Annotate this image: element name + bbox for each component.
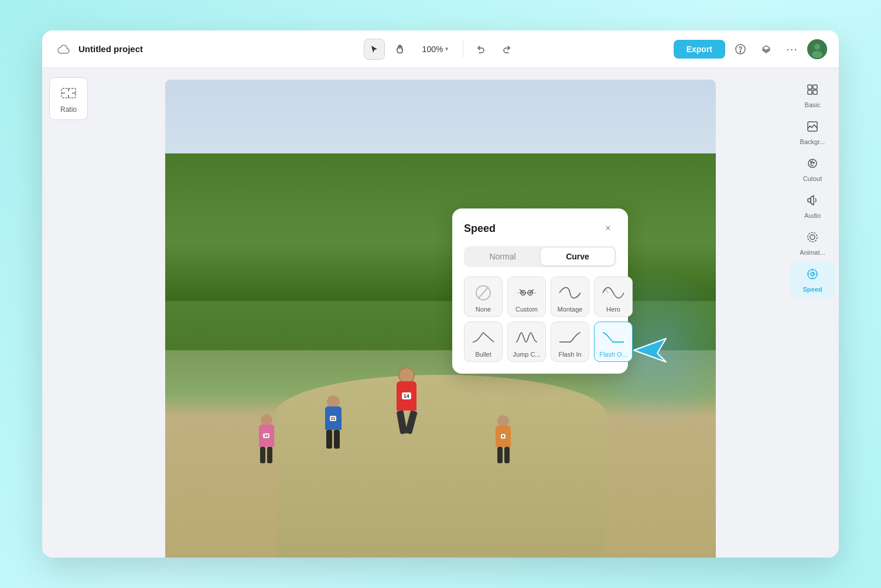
- sidebar-basic-label: Basic: [805, 101, 821, 108]
- curve-flashout[interactable]: Flash O...: [594, 322, 633, 362]
- select-tool-button[interactable]: [364, 39, 385, 60]
- canvas-background: 14 21: [165, 80, 716, 558]
- header: Untitled project 100% ▾: [42, 30, 839, 68]
- zoom-chevron-icon: ▾: [445, 45, 449, 53]
- animate-icon: [806, 231, 819, 247]
- layers-button[interactable]: [756, 39, 777, 60]
- popup-title: Speed: [464, 223, 496, 235]
- redo-button[interactable]: [496, 39, 517, 60]
- curve-flashin[interactable]: Flash In: [551, 322, 589, 362]
- curve-grid: None: [464, 276, 616, 362]
- app-window: Untitled project 100% ▾: [42, 30, 839, 558]
- curve-custom[interactable]: Custom: [507, 276, 546, 317]
- sidebar-item-animate[interactable]: Animat...: [790, 225, 835, 261]
- export-button[interactable]: Export: [674, 40, 725, 59]
- curve-bullet[interactable]: Bullet: [464, 322, 503, 362]
- svg-point-1: [740, 51, 741, 52]
- curve-montage-label: Montage: [558, 306, 583, 313]
- curve-hero[interactable]: Hero: [594, 276, 633, 317]
- sidebar-speed-label: Speed: [803, 286, 822, 293]
- curve-jumpcut-label: Jump C...: [513, 351, 540, 358]
- svg-line-11: [479, 288, 488, 298]
- curve-custom-label: Custom: [515, 306, 538, 313]
- project-title: Untitled project: [78, 44, 143, 54]
- audio-icon: [806, 194, 819, 210]
- svg-rect-22: [808, 90, 812, 94]
- cloud-icon: [54, 40, 73, 59]
- curve-flashout-label: Flash O...: [599, 351, 627, 358]
- curve-hero-label: Hero: [606, 306, 620, 313]
- sidebar-background-label: Backgr...: [800, 138, 825, 145]
- svg-rect-20: [808, 85, 812, 89]
- sidebar-animate-label: Animat...: [800, 249, 825, 256]
- svg-line-17: [520, 289, 523, 293]
- sidebar-item-basic[interactable]: Basic: [790, 77, 835, 113]
- sidebar-item-background[interactable]: Backgr...: [790, 114, 835, 150]
- zoom-button[interactable]: 100% ▾: [415, 41, 456, 57]
- svg-point-25: [808, 159, 817, 167]
- header-divider: [463, 41, 463, 57]
- sidebar-cutout-label: Cutout: [803, 175, 822, 182]
- help-button[interactable]: [730, 39, 751, 60]
- ratio-label: Ratio: [60, 105, 77, 114]
- close-popup-button[interactable]: ×: [600, 220, 616, 237]
- sidebar-item-audio[interactable]: Audio: [790, 188, 835, 224]
- zoom-label: 100%: [422, 45, 443, 54]
- sidebar-item-cutout[interactable]: Cutout: [790, 151, 835, 187]
- tab-row: Normal Curve: [464, 246, 616, 267]
- ratio-button[interactable]: Ratio: [49, 77, 88, 120]
- undo-button[interactable]: [470, 39, 491, 60]
- svg-point-27: [813, 162, 814, 163]
- curve-none[interactable]: None: [464, 276, 503, 317]
- speed-icon: [806, 268, 819, 283]
- header-left: Untitled project: [54, 40, 357, 59]
- hand-tool-button[interactable]: [390, 39, 411, 60]
- svg-point-28: [810, 235, 815, 240]
- svg-point-4: [812, 51, 822, 58]
- cutout-icon: [806, 157, 819, 173]
- curve-bullet-label: Bullet: [475, 351, 491, 358]
- body: Ratio: [42, 68, 839, 558]
- speed-popup: Speed × Normal Curve: [452, 208, 628, 374]
- background-icon: [806, 120, 819, 136]
- svg-line-18: [530, 289, 534, 293]
- svg-point-26: [811, 162, 812, 163]
- sidebar-audio-label: Audio: [804, 212, 821, 219]
- svg-point-3: [814, 44, 820, 50]
- curve-none-label: None: [476, 306, 491, 313]
- curve-montage[interactable]: Montage: [551, 276, 589, 317]
- tab-normal[interactable]: Normal: [466, 248, 539, 265]
- svg-point-29: [808, 233, 817, 242]
- popup-header: Speed ×: [464, 220, 616, 237]
- header-right: Export ···: [524, 39, 827, 60]
- header-center: 100% ▾: [364, 39, 518, 60]
- basic-icon: [806, 83, 819, 99]
- curve-jumpcut[interactable]: Jump C...: [507, 322, 546, 362]
- tab-curve[interactable]: Curve: [541, 248, 614, 265]
- avatar[interactable]: [807, 39, 827, 59]
- curve-flashin-label: Flash In: [558, 351, 581, 358]
- sidebar-item-speed[interactable]: Speed: [790, 262, 835, 298]
- canvas-area: 14 21: [95, 68, 786, 558]
- canvas-image: 14 21: [165, 80, 716, 558]
- svg-rect-23: [813, 90, 817, 94]
- left-sidebar: Ratio: [42, 68, 95, 558]
- right-sidebar: Basic Backgr...: [786, 68, 839, 558]
- svg-rect-21: [813, 85, 817, 89]
- more-options-button[interactable]: ···: [781, 39, 803, 60]
